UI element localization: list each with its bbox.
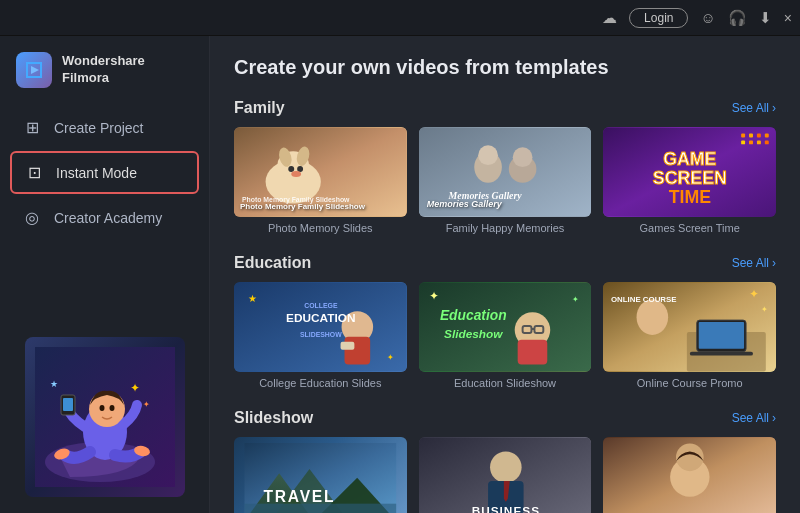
creator-academy-icon: ◎ xyxy=(22,208,42,227)
svg-rect-32 xyxy=(749,134,753,138)
titlebar: ☁ Login ☺ 🎧 ⬇ × xyxy=(0,0,800,36)
sidebar-item-instant-mode[interactable]: ⊡ Instant Mode xyxy=(10,151,199,194)
svg-rect-37 xyxy=(757,140,761,144)
svg-rect-11 xyxy=(63,398,73,411)
section-header-family: Family See All › xyxy=(234,99,776,117)
section-title-education: Education xyxy=(234,254,311,272)
svg-rect-33 xyxy=(757,134,761,138)
see-all-family[interactable]: See All › xyxy=(732,101,776,115)
svg-text:TRAVEL: TRAVEL xyxy=(264,488,336,505)
sidebar-item-create-project[interactable]: ⊞ Create Project xyxy=(10,108,199,147)
svg-text:★: ★ xyxy=(248,293,257,304)
svg-text:✦: ✦ xyxy=(387,353,394,362)
logo-text: Wondershare Filmora xyxy=(62,53,145,87)
person-illustration-svg: ✦ ✦ ★ xyxy=(35,347,175,487)
template-card-edu-slideshow[interactable]: Education Slideshow ✦ ✦ Education Slides… xyxy=(419,282,592,389)
svg-text:✦: ✦ xyxy=(749,287,759,301)
login-button[interactable]: Login xyxy=(629,8,688,28)
sidebar-logo: Wondershare Filmora xyxy=(0,36,209,108)
template-label-online-course: Online Course Promo xyxy=(603,377,776,389)
template-card-games-screen[interactable]: GAME SCREEN TIME Games Screen Time xyxy=(603,127,776,234)
svg-rect-24 xyxy=(419,128,592,217)
logo-line2: Filmora xyxy=(62,70,145,87)
template-thumb-slideshow3 xyxy=(603,437,776,513)
svg-rect-53 xyxy=(517,340,547,365)
svg-point-22 xyxy=(291,171,301,177)
svg-text:Photo Memory Family Slideshow: Photo Memory Family Slideshow xyxy=(242,196,350,204)
svg-text:SCREEN: SCREEN xyxy=(653,168,727,188)
section-title-slideshow: Slideshow xyxy=(234,409,313,427)
svg-text:BUSINESS: BUSINESS xyxy=(471,504,539,513)
svg-text:GAME: GAME xyxy=(664,149,717,169)
template-card-photo-memory[interactable]: Photo Memory Family Slideshow Photo Memo… xyxy=(234,127,407,234)
svg-text:Slideshow: Slideshow xyxy=(444,327,503,341)
main-layout: Wondershare Filmora ⊞ Create Project ⊡ I… xyxy=(0,36,800,513)
template-label-family-happy: Family Happy Memories xyxy=(419,222,592,234)
svg-text:✦: ✦ xyxy=(429,289,439,303)
creator-academy-label: Creator Academy xyxy=(54,210,162,226)
template-thumb-photo-memory: Photo Memory Family Slideshow xyxy=(234,127,407,217)
svg-rect-36 xyxy=(749,140,753,144)
logo-line1: Wondershare xyxy=(62,53,145,70)
section-education: Education See All › xyxy=(234,254,776,389)
template-thumb-college-edu: COLLEGE EDUCATION SLIDESHOW ★ ✦ xyxy=(234,282,407,372)
sidebar: Wondershare Filmora ⊞ Create Project ⊡ I… xyxy=(0,36,210,513)
education-templates-grid: COLLEGE EDUCATION SLIDESHOW ★ ✦ College … xyxy=(234,282,776,389)
svg-marker-1 xyxy=(31,66,39,74)
svg-point-26 xyxy=(478,145,498,165)
headset-icon[interactable]: 🎧 xyxy=(728,9,747,27)
svg-text:COLLEGE: COLLEGE xyxy=(304,302,338,309)
template-thumb-games-screen: GAME SCREEN TIME xyxy=(603,127,776,217)
family-templates-grid: Photo Memory Family Slideshow Photo Memo… xyxy=(234,127,776,234)
create-project-icon: ⊞ xyxy=(22,118,42,137)
template-card-slideshow3[interactable]: Slideshow xyxy=(603,437,776,513)
template-card-online-course[interactable]: ✦ ✦ ONLINE COURSE Online Course Promo xyxy=(603,282,776,389)
section-slideshow: Slideshow See All › xyxy=(234,409,776,513)
svg-point-20 xyxy=(288,166,294,172)
svg-rect-15 xyxy=(234,128,407,217)
see-all-slideshow[interactable]: See All › xyxy=(732,411,776,425)
section-header-education: Education See All › xyxy=(234,254,776,272)
svg-text:TIME: TIME xyxy=(669,187,712,207)
svg-rect-42 xyxy=(234,283,407,372)
section-title-family: Family xyxy=(234,99,285,117)
slideshow-templates-grid: TRAVEL Travel xyxy=(234,437,776,513)
template-label-edu-slideshow: Education Slideshow xyxy=(419,377,592,389)
template-thumb-travel: TRAVEL xyxy=(234,437,407,513)
sidebar-illustration: ✦ ✦ ★ xyxy=(0,321,209,513)
svg-point-21 xyxy=(297,166,303,172)
svg-rect-75 xyxy=(245,504,397,513)
svg-text:SLIDESHOW: SLIDESHOW xyxy=(300,331,342,338)
content-area: Create your own videos from templates Fa… xyxy=(210,36,800,513)
instant-mode-icon: ⊡ xyxy=(24,163,44,182)
svg-point-78 xyxy=(490,451,522,483)
section-header-slideshow: Slideshow See All › xyxy=(234,409,776,427)
svg-text:✦: ✦ xyxy=(572,295,579,304)
cloud-icon[interactable]: ☁ xyxy=(602,9,617,27)
logo-icon xyxy=(16,52,52,88)
see-all-education[interactable]: See All › xyxy=(732,256,776,270)
svg-text:✦: ✦ xyxy=(143,400,150,409)
svg-point-28 xyxy=(512,147,532,167)
svg-text:ONLINE COURSE: ONLINE COURSE xyxy=(611,295,677,304)
template-label-college-edu: College Education Slides xyxy=(234,377,407,389)
download-icon[interactable]: ⬇ xyxy=(759,9,772,27)
filmora-logo-svg xyxy=(23,59,45,81)
sidebar-nav: ⊞ Create Project ⊡ Instant Mode ◎ Creato… xyxy=(0,108,209,237)
svg-rect-35 xyxy=(741,140,745,144)
template-card-family-happy[interactable]: Memories Gallery Family Happy Memories xyxy=(419,127,592,234)
svg-point-8 xyxy=(99,405,104,411)
svg-text:✦: ✦ xyxy=(130,381,140,395)
sidebar-item-creator-academy[interactable]: ◎ Creator Academy xyxy=(10,198,199,237)
svg-point-66 xyxy=(637,299,669,335)
template-thumb-family-happy: Memories Gallery xyxy=(419,127,592,217)
close-button[interactable]: × xyxy=(784,10,792,26)
template-card-business[interactable]: BUSINESS Business xyxy=(419,437,592,513)
template-label-photo-memory: Photo Memory Slides xyxy=(234,222,407,234)
template-card-travel[interactable]: TRAVEL Travel xyxy=(234,437,407,513)
smiley-icon[interactable]: ☺ xyxy=(700,9,715,26)
template-card-college-edu[interactable]: COLLEGE EDUCATION SLIDESHOW ★ ✦ College … xyxy=(234,282,407,389)
svg-text:Memories Gallery: Memories Gallery xyxy=(447,190,522,201)
svg-rect-31 xyxy=(741,134,745,138)
illustration-image: ✦ ✦ ★ xyxy=(25,337,185,497)
